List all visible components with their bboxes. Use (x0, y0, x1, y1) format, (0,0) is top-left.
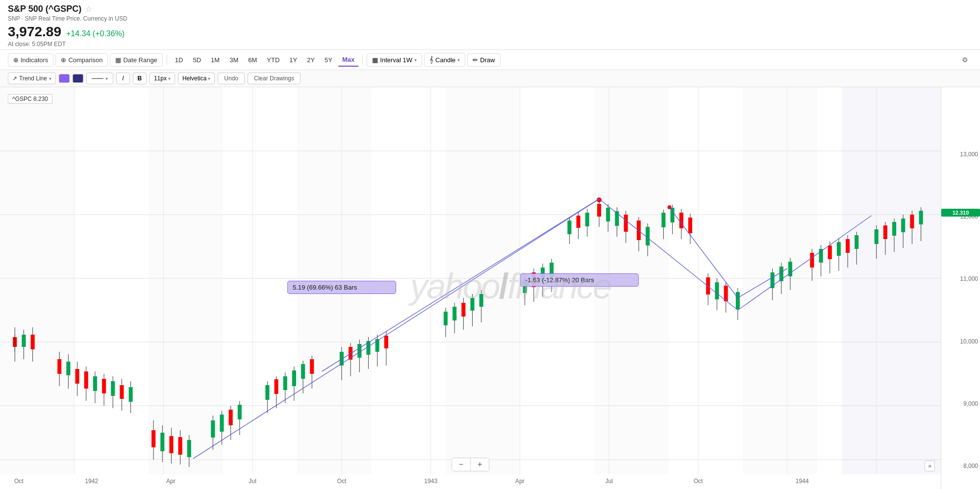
sep1 (167, 55, 167, 65)
zoom-out-button[interactable]: − (452, 458, 471, 471)
interval-button[interactable]: ▦ Interval 1W ▾ (367, 53, 422, 67)
svg-rect-174 (919, 211, 923, 224)
gear-icon: ⚙ (962, 56, 968, 64)
trend-line-button[interactable]: ↗ Trend Line ▾ (8, 73, 56, 84)
svg-rect-144 (736, 292, 740, 309)
svg-text:Apr: Apr (166, 478, 176, 485)
font-family-button[interactable]: Helvetica ▾ (178, 73, 215, 84)
subtitle: SNP · SNP Real Time Price. Currency in U… (8, 15, 972, 22)
close-time: At close: 5:05PM EDT (8, 41, 972, 48)
svg-rect-60 (211, 420, 215, 438)
expand-button[interactable]: » (925, 461, 935, 471)
indicators-button[interactable]: ⊕ Indicators (8, 53, 53, 67)
settings-button[interactable]: ⚙ (958, 54, 972, 66)
line-style-button[interactable]: —— ▾ (86, 73, 113, 84)
svg-line-179 (669, 206, 738, 298)
comparison-icon: ⊕ (61, 56, 66, 64)
chart-area: yahoo/finance ^GSPC 8.230 (0, 87, 980, 489)
line-style-chevron: ▾ (105, 76, 108, 81)
zoom-in-button[interactable]: + (471, 458, 489, 471)
price-axis: 13,000 12,000 11,000 10,000 9,000 8,000 … (941, 87, 980, 489)
drawing-toolbar: ↗ Trend Line ▾ —— ▾ I B 11px ▾ Helvetica… (0, 70, 980, 87)
svg-rect-112 (577, 216, 580, 228)
svg-rect-46 (120, 385, 124, 399)
chart-main: yahoo/finance ^GSPC 8.230 (0, 87, 941, 489)
svg-rect-68 (265, 385, 269, 400)
svg-text:Oct: Oct (694, 478, 703, 485)
interval-chevron: ▾ (414, 57, 417, 63)
svg-rect-50 (151, 430, 155, 447)
svg-rect-119 (606, 208, 610, 221)
svg-text:1944: 1944 (796, 478, 809, 485)
clear-drawings-button[interactable]: Clear Drawings (248, 73, 301, 84)
period-1m[interactable]: 1M (207, 54, 224, 66)
svg-rect-100 (479, 294, 483, 307)
candle-chevron: ▾ (457, 57, 460, 63)
font-size-button[interactable]: 11px ▾ (150, 73, 175, 84)
date-range-button[interactable]: ▦ Date Range (110, 53, 162, 67)
svg-rect-129 (661, 213, 665, 227)
header: S&P 500 (^GSPC) ☆ SNP · SNP Real Time Pr… (0, 0, 980, 50)
svg-text:1943: 1943 (424, 478, 437, 485)
svg-rect-64 (229, 410, 233, 425)
svg-rect-92 (444, 312, 448, 325)
period-ytd[interactable]: YTD (263, 54, 283, 66)
comparison-button[interactable]: ⊕ Comparison (55, 53, 108, 67)
price-label-11000: 11,000 (943, 275, 978, 282)
svg-rect-96 (461, 303, 465, 317)
svg-rect-72 (283, 376, 287, 390)
svg-text:Jul: Jul (605, 478, 613, 485)
period-1y[interactable]: 1Y (285, 54, 301, 66)
current-price-badge: 12.310 (941, 209, 980, 217)
svg-rect-54 (169, 436, 173, 453)
svg-rect-2 (149, 87, 223, 474)
svg-rect-52 (160, 433, 164, 451)
period-2y[interactable]: 2Y (303, 54, 319, 66)
svg-rect-38 (84, 371, 88, 389)
svg-rect-32 (57, 359, 61, 374)
draw-icon: ✏ (473, 56, 478, 64)
zoom-controls: − + (452, 458, 490, 471)
period-5y[interactable]: 5Y (321, 54, 336, 66)
period-3m[interactable]: 3M (226, 54, 242, 66)
period-max[interactable]: Max (338, 53, 358, 67)
svg-rect-134 (679, 213, 683, 228)
ticker-title: S&P 500 (^GSPC) (8, 4, 81, 14)
svg-rect-36 (75, 369, 79, 384)
svg-rect-158 (837, 242, 841, 256)
svg-text:Oct: Oct (14, 478, 24, 485)
svg-rect-136 (688, 218, 692, 233)
star-icon[interactable]: ☆ (85, 4, 92, 14)
candle-button[interactable]: 𝄞 Candle ▾ (424, 53, 465, 67)
svg-rect-172 (910, 215, 914, 228)
price: 3,972.89 (8, 24, 61, 40)
color-picker-1[interactable] (59, 74, 70, 83)
svg-rect-110 (567, 220, 571, 234)
svg-rect-42 (102, 379, 106, 393)
interval-icon: ▦ (372, 56, 378, 64)
svg-rect-40 (93, 376, 97, 391)
price-label-13000: 13,000 (943, 151, 978, 158)
svg-rect-142 (724, 286, 728, 301)
svg-rect-123 (624, 215, 628, 232)
price-label-10000: 10,000 (943, 338, 978, 345)
plus-icon: ⊕ (13, 56, 19, 64)
svg-rect-62 (220, 415, 224, 432)
period-1d[interactable]: 1D (171, 54, 187, 66)
svg-rect-66 (238, 405, 242, 419)
bold-button[interactable]: B (133, 73, 147, 84)
svg-rect-76 (301, 364, 305, 379)
font-size-chevron: ▾ (168, 76, 171, 81)
color-picker-2[interactable] (73, 74, 83, 83)
period-5d[interactable]: 5D (189, 54, 205, 66)
period-6m[interactable]: 6M (244, 54, 261, 66)
svg-rect-74 (292, 370, 296, 386)
undo-button[interactable]: Undo (218, 73, 245, 84)
svg-rect-70 (275, 379, 278, 394)
svg-rect-30 (31, 335, 35, 349)
trend-line-chevron: ▾ (49, 76, 51, 81)
draw-button[interactable]: ✏ Draw (467, 53, 500, 67)
svg-rect-58 (187, 440, 191, 457)
italic-button[interactable]: I (116, 73, 130, 84)
svg-rect-94 (452, 307, 456, 320)
